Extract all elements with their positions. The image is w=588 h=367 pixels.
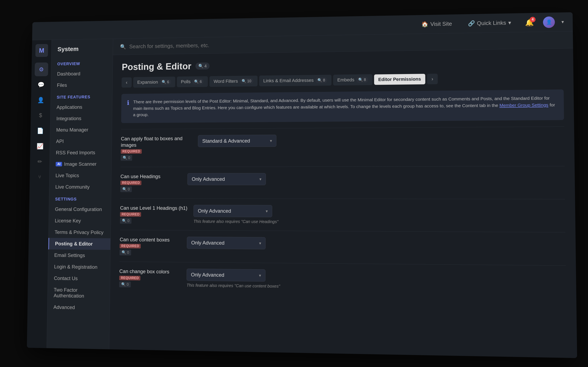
setting-label-box-colors: Can change box colors bbox=[119, 268, 181, 275]
sidebar-item-applications[interactable]: Applications bbox=[51, 101, 112, 113]
dropdown-arrow-h1: ▾ bbox=[266, 209, 268, 214]
sidebar-section-site-features: Site Features bbox=[51, 90, 112, 102]
sidebar-item-live-topics[interactable]: Live Topics bbox=[50, 170, 111, 181]
sidebar-item-terms-privacy[interactable]: Terms & Privacy Policy bbox=[49, 226, 111, 238]
sidebar-item-contact-us[interactable]: Contact Us bbox=[48, 272, 110, 284]
tab-prev-button[interactable]: ‹ bbox=[121, 77, 132, 88]
info-banner: ℹ There are three permission levels of t… bbox=[121, 89, 564, 123]
q-badge-headings: 🔍 0 bbox=[120, 186, 132, 192]
chevron-down-icon: ▾ bbox=[508, 19, 511, 26]
content-area: 🔍 Posting & Editor 🔍 4 ‹ bbox=[109, 31, 577, 358]
tabs-row: ‹ Expansion 🔍 6 Polls 🔍 6 Word Filters 🔍… bbox=[121, 72, 564, 88]
sidebar-section-overview: Overview bbox=[51, 57, 113, 68]
search-icon: 🔍 bbox=[120, 44, 126, 50]
visit-site-button[interactable]: 🏠 Visit Site bbox=[417, 18, 457, 30]
notification-badge: 4 bbox=[530, 17, 536, 22]
dropdown-arrow-content-boxes: ▾ bbox=[259, 241, 261, 246]
ai-badge: AI bbox=[56, 162, 62, 166]
sidebar-icon-chat[interactable]: 💬 bbox=[34, 78, 48, 92]
sidebar-icon-users[interactable]: 👤 bbox=[34, 93, 48, 107]
notification-button[interactable]: 🔔 4 bbox=[522, 16, 536, 29]
sidebar-item-two-factor[interactable]: Two Factor Authentication bbox=[47, 284, 110, 302]
sidebar-section-settings: Settings bbox=[49, 193, 111, 204]
tab-embeds[interactable]: Embeds 🔍 8 bbox=[333, 74, 372, 86]
app-wrapper: 🏠 Visit Site 🔗 Quick Links ▾ 🔔 4 👤 ▾ M ⚙… bbox=[27, 12, 577, 358]
page-title-count: 🔍 4 bbox=[195, 62, 209, 70]
setting-row-box-colors: Can change box colors REQUIRED 🔍 0 Only … bbox=[119, 262, 566, 299]
sidebar-icon-analytics[interactable]: 📈 bbox=[33, 139, 47, 153]
sidebar-item-dashboard[interactable]: Dashboard bbox=[51, 67, 112, 80]
setting-label-content-boxes: Can use content boxes bbox=[120, 236, 181, 243]
search-input[interactable] bbox=[129, 36, 565, 50]
required-badge-box-colors: REQUIRED bbox=[119, 275, 140, 280]
setting-label-headings: Can use Headings bbox=[121, 173, 182, 180]
tab-expansion[interactable]: Expansion 🔍 6 bbox=[133, 76, 175, 88]
required-badge-h1: REQUIRED bbox=[120, 212, 141, 217]
setting-label-h1: Can use Level 1 Headings (h1) bbox=[120, 205, 188, 211]
q-badge-box-colors: 🔍 0 bbox=[119, 281, 131, 287]
sidebar-item-email-settings[interactable]: Email Settings bbox=[48, 249, 111, 261]
page-title: Posting & Editor bbox=[122, 61, 191, 72]
link-icon: 🔗 bbox=[468, 20, 475, 27]
dropdown-h1[interactable]: Only Advanced ▾ bbox=[193, 205, 272, 217]
main-layout: M ⚙ 💬 👤 $ 📄 📈 ✏ ⑂ System Overview Dashbo… bbox=[27, 31, 577, 358]
sidebar-item-integrations[interactable]: Integrations bbox=[50, 113, 112, 124]
member-group-settings-link[interactable]: Member Group Settings bbox=[499, 102, 548, 108]
feature-note-h1: This feature also requires "Can use Head… bbox=[193, 219, 565, 225]
sidebar-item-rss-feed[interactable]: RSS Feed Imports bbox=[50, 147, 112, 158]
setting-row-h1: Can use Level 1 Headings (h1) REQUIRED 🔍… bbox=[120, 198, 566, 232]
sidebar-icon-edit[interactable]: ✏ bbox=[33, 155, 47, 168]
setting-row-float: Can apply float to boxes and images REQU… bbox=[121, 126, 564, 167]
tab-editor-permissions[interactable]: Editor Permissions bbox=[374, 74, 425, 85]
sidebar-item-license-key[interactable]: License Key bbox=[49, 215, 111, 227]
sidebar-icon-files[interactable]: 📄 bbox=[33, 124, 47, 138]
page-header: Posting & Editor 🔍 4 bbox=[122, 56, 563, 72]
setting-row-content-boxes: Can use content boxes REQUIRED 🔍 0 Only … bbox=[120, 230, 566, 266]
sidebar-item-login-registration[interactable]: Login & Registration bbox=[48, 261, 110, 273]
tab-word-filters[interactable]: Word Filters 🔍 10 bbox=[210, 76, 258, 87]
page-content: Posting & Editor 🔍 4 ‹ Expansion 🔍 6 Pol… bbox=[109, 49, 577, 358]
tab-next-button[interactable]: › bbox=[427, 74, 438, 84]
nav-sidebar: System Overview Dashboard Files Site Fea… bbox=[47, 39, 113, 349]
avatar-chevron-icon: ▾ bbox=[561, 19, 564, 25]
info-banner-text: There are three permission levels of the… bbox=[133, 95, 558, 118]
dropdown-arrow-float: ▾ bbox=[270, 138, 272, 143]
avatar[interactable]: 👤 bbox=[543, 16, 555, 28]
logo-mark: M bbox=[35, 44, 48, 57]
sidebar-icon-billing[interactable]: $ bbox=[34, 108, 47, 122]
setting-row-headings: Can use Headings REQUIRED 🔍 0 Only Advan… bbox=[120, 166, 565, 199]
info-icon: ℹ bbox=[127, 99, 129, 106]
dropdown-headings[interactable]: Only Advanced ▾ bbox=[187, 173, 266, 185]
setting-label-float: Can apply float to boxes and images bbox=[121, 135, 192, 148]
quick-links-button[interactable]: 🔗 Quick Links ▾ bbox=[463, 17, 516, 29]
sidebar-icon-branches[interactable]: ⑂ bbox=[33, 170, 46, 184]
dropdown-float[interactable]: Standard & Advanced ▾ bbox=[198, 135, 276, 147]
sidebar-item-image-scanner[interactable]: AI Image Scanner bbox=[50, 158, 111, 170]
dropdown-content-boxes[interactable]: Only Advanced ▾ bbox=[187, 237, 266, 249]
feature-note-box-colors: This feature also requires "Can use cont… bbox=[186, 283, 566, 292]
dropdown-box-colors[interactable]: Only Advanced ▾ bbox=[186, 269, 265, 282]
sidebar-item-posting-editor[interactable]: Posting & Editor bbox=[48, 238, 111, 250]
dropdown-arrow-headings: ▾ bbox=[259, 176, 261, 182]
dropdown-arrow-box-colors: ▾ bbox=[259, 273, 261, 278]
sidebar-item-files[interactable]: Files bbox=[51, 79, 112, 91]
sidebar-title: System bbox=[52, 45, 113, 58]
q-badge-content-boxes: 🔍 0 bbox=[120, 250, 131, 255]
sidebar-item-live-community[interactable]: Live Community bbox=[49, 181, 111, 193]
sidebar-item-advanced[interactable]: Advanced bbox=[47, 301, 110, 314]
required-badge-content-boxes: REQUIRED bbox=[120, 244, 141, 249]
required-badge-headings: REQUIRED bbox=[120, 181, 142, 185]
required-badge-float: REQUIRED bbox=[121, 149, 142, 154]
sidebar-item-menu-manager[interactable]: Menu Manager bbox=[50, 124, 112, 136]
tab-polls[interactable]: Polls 🔍 6 bbox=[177, 76, 208, 87]
app-window: 🏠 Visit Site 🔗 Quick Links ▾ 🔔 4 👤 ▾ M ⚙… bbox=[27, 12, 577, 358]
q-badge-h1: 🔍 0 bbox=[120, 218, 131, 224]
sidebar-icon-settings[interactable]: ⚙ bbox=[35, 62, 48, 76]
tab-links-email[interactable]: Links & Email Addresses 🔍 8 bbox=[259, 75, 332, 86]
sidebar-item-api[interactable]: API bbox=[50, 135, 112, 147]
home-icon: 🏠 bbox=[421, 21, 428, 27]
q-badge-float: 🔍 0 bbox=[121, 155, 132, 161]
sidebar-item-general-config[interactable]: General Configuration bbox=[49, 203, 111, 215]
